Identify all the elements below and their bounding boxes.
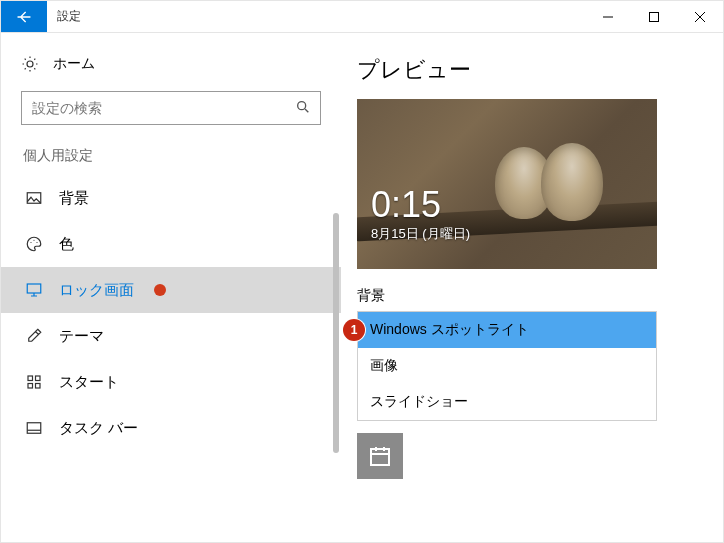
lockscreen-time: 0:15 <box>371 187 470 223</box>
sidebar: ホーム 個人用設定 背景 <box>1 33 341 542</box>
close-button[interactable] <box>677 1 723 32</box>
close-icon <box>694 11 706 23</box>
svg-rect-7 <box>28 376 33 381</box>
status-app-tile[interactable] <box>357 433 403 479</box>
maximize-icon <box>648 11 660 23</box>
sidebar-scrollbar[interactable] <box>329 213 341 513</box>
sidebar-item-background[interactable]: 背景 <box>21 175 321 221</box>
maximize-button[interactable] <box>631 1 677 32</box>
titlebar: 設定 <box>1 1 723 33</box>
minimize-icon <box>602 11 614 23</box>
svg-point-3 <box>30 242 31 243</box>
brush-icon <box>25 327 43 345</box>
lockscreen-preview: 0:15 8月15日 (月曜日) <box>357 99 657 269</box>
settings-window: 設定 ホーム <box>0 0 724 543</box>
svg-rect-11 <box>27 423 41 434</box>
lockscreen-date: 8月15日 (月曜日) <box>371 225 470 243</box>
svg-rect-12 <box>371 449 389 465</box>
sidebar-item-label: テーマ <box>59 327 104 346</box>
dropdown-option-spotlight[interactable]: 1 Windows スポットライト <box>358 312 656 348</box>
annotation-marker: 1 <box>343 319 365 341</box>
lockscreen-clock: 0:15 8月15日 (月曜日) <box>371 187 470 243</box>
gear-icon <box>21 55 39 73</box>
svg-rect-6 <box>27 284 41 293</box>
monitor-icon <box>25 281 43 299</box>
sidebar-item-label: ロック画面 <box>59 281 134 300</box>
nav-items: 背景 色 ロック画面 <box>21 175 321 451</box>
window-controls <box>585 1 723 32</box>
dropdown-option-label: 画像 <box>370 357 398 375</box>
svg-point-1 <box>298 102 306 110</box>
calendar-icon <box>368 444 392 468</box>
scrollbar-thumb[interactable] <box>333 213 339 453</box>
svg-rect-9 <box>28 384 33 389</box>
grid-icon <box>25 373 43 391</box>
svg-rect-10 <box>36 384 41 389</box>
sidebar-item-start[interactable]: スタート <box>21 359 321 405</box>
sidebar-item-label: スタート <box>59 373 119 392</box>
search-box[interactable] <box>21 91 321 125</box>
body: ホーム 個人用設定 背景 <box>1 33 723 542</box>
sidebar-item-taskbar[interactable]: タスク バー <box>21 405 321 451</box>
dropdown-option-picture[interactable]: 画像 <box>358 348 656 384</box>
background-dropdown[interactable]: 1 Windows スポットライト 画像 スライドショー <box>357 311 657 421</box>
dropdown-option-slideshow[interactable]: スライドショー <box>358 384 656 420</box>
search-icon <box>295 99 311 115</box>
minimize-button[interactable] <box>585 1 631 32</box>
arrow-left-icon <box>16 9 32 25</box>
sidebar-item-label: 背景 <box>59 189 89 208</box>
sidebar-item-themes[interactable]: テーマ <box>21 313 321 359</box>
preview-heading: プレビュー <box>357 55 699 85</box>
svg-point-4 <box>33 240 34 241</box>
background-label: 背景 <box>357 287 699 305</box>
window-title: 設定 <box>47 1 585 32</box>
preview-owls <box>495 137 615 227</box>
sidebar-item-label: タスク バー <box>59 419 138 438</box>
sidebar-item-colors[interactable]: 色 <box>21 221 321 267</box>
home-label: ホーム <box>53 55 95 73</box>
back-button[interactable] <box>1 1 47 32</box>
search-input[interactable] <box>21 91 321 125</box>
content: プレビュー 0:15 8月15日 (月曜日) 背景 1 Windows スポット… <box>341 33 723 542</box>
annotation-dot <box>154 284 166 296</box>
svg-rect-0 <box>650 12 659 21</box>
sidebar-item-lockscreen[interactable]: ロック画面 <box>1 267 341 313</box>
dropdown-option-label: Windows スポットライト <box>370 321 529 339</box>
svg-rect-8 <box>36 376 41 381</box>
section-label: 個人用設定 <box>21 147 321 165</box>
dropdown-option-label: スライドショー <box>370 393 468 411</box>
sidebar-item-label: 色 <box>59 235 74 254</box>
svg-point-5 <box>36 242 37 243</box>
taskbar-icon <box>25 419 43 437</box>
home-link[interactable]: ホーム <box>21 55 321 73</box>
picture-icon <box>25 189 43 207</box>
palette-icon <box>25 235 43 253</box>
